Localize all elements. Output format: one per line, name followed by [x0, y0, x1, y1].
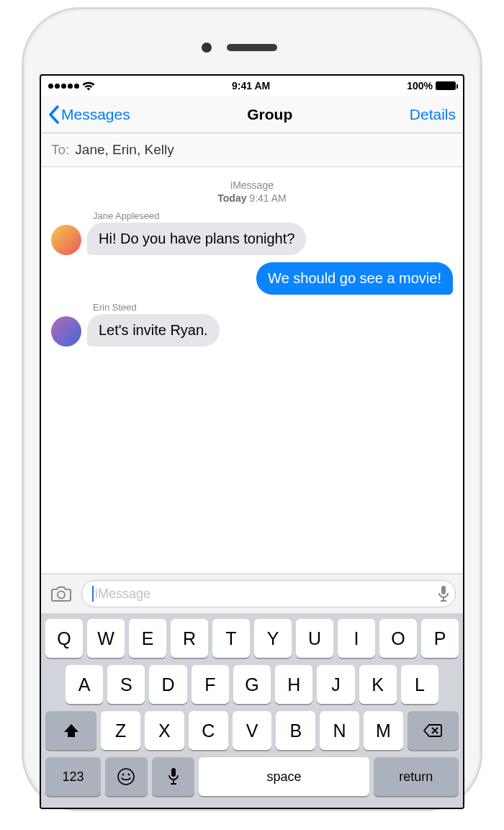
key-m[interactable]: M [364, 711, 403, 750]
message-incoming: Erin Steed Let's invite Ryan. [51, 302, 453, 347]
keyboard-row-4: 123 space return [45, 757, 459, 796]
svg-point-0 [58, 592, 65, 599]
shift-icon [63, 723, 80, 738]
svg-point-5 [122, 774, 125, 776]
nav-bar: Messages Group Details [41, 96, 463, 133]
keyboard-row-1: Q W E R T Y U I O P [45, 619, 459, 658]
details-button[interactable]: Details [410, 106, 456, 123]
camera-icon [50, 585, 72, 602]
emoji-icon [117, 767, 135, 786]
key-q[interactable]: Q [45, 619, 83, 658]
key-k[interactable]: K [359, 665, 397, 704]
key-x[interactable]: X [145, 711, 184, 750]
key-return[interactable]: return [374, 757, 459, 796]
key-emoji[interactable] [105, 757, 148, 796]
camera-button[interactable] [48, 581, 74, 607]
key-t[interactable]: T [212, 619, 250, 658]
text-caret [92, 586, 94, 602]
key-v[interactable]: V [233, 711, 272, 750]
key-c[interactable]: C [189, 711, 228, 750]
status-bar: 9:41 AM 100% [41, 76, 463, 96]
message-placeholder: iMessage [95, 586, 150, 602]
key-j[interactable]: J [317, 665, 354, 704]
key-e[interactable]: E [129, 619, 166, 658]
dictation-button[interactable] [438, 585, 449, 602]
key-o[interactable]: O [379, 619, 417, 658]
svg-rect-7 [171, 768, 176, 777]
message-incoming: Jane Appleseed Hi! Do you have plans ton… [51, 210, 453, 255]
microphone-icon [168, 767, 179, 786]
front-camera [202, 43, 212, 53]
status-time: 9:41 AM [232, 80, 270, 92]
key-u[interactable]: U [296, 619, 333, 658]
battery-percentage: 100% [407, 80, 433, 92]
key-shift[interactable] [45, 711, 96, 750]
key-space[interactable]: space [199, 757, 369, 796]
svg-rect-1 [441, 586, 446, 594]
key-g[interactable]: G [233, 665, 271, 704]
avatar[interactable] [51, 316, 81, 347]
key-z[interactable]: Z [101, 711, 140, 750]
back-button[interactable]: Messages [48, 105, 130, 124]
battery-icon [436, 81, 456, 90]
to-field[interactable]: To: Jane, Erin, Kelly [41, 133, 463, 167]
keyboard: Q W E R T Y U I O P A S D F G H J K L [41, 613, 463, 808]
earpiece [227, 44, 277, 51]
wifi-icon [82, 81, 95, 91]
message-bubble[interactable]: We should go see a movie! [256, 262, 453, 295]
message-input[interactable]: iMessage [81, 580, 456, 607]
service-label: iMessage [51, 179, 453, 192]
phone-frame: 9:41 AM 100% Messages Group Details To: … [22, 7, 482, 811]
key-dictation[interactable] [152, 757, 194, 796]
key-l[interactable]: L [401, 665, 438, 704]
key-r[interactable]: R [171, 619, 208, 658]
to-label: To: [51, 142, 69, 158]
screen: 9:41 AM 100% Messages Group Details To: … [40, 74, 464, 809]
svg-point-4 [118, 769, 134, 785]
key-a[interactable]: A [66, 665, 103, 704]
key-h[interactable]: H [275, 665, 312, 704]
key-f[interactable]: F [192, 665, 229, 704]
key-n[interactable]: N [320, 711, 359, 750]
back-label: Messages [61, 106, 130, 123]
message-bubble[interactable]: Let's invite Ryan. [87, 314, 220, 347]
thread-header: iMessage Today 9:41 AM [51, 179, 453, 205]
message-outgoing: We should go see a movie! [51, 262, 453, 295]
to-recipients: Jane, Erin, Kelly [75, 142, 174, 158]
microphone-icon [438, 585, 449, 602]
timestamp-day: Today [217, 192, 246, 204]
key-d[interactable]: D [149, 665, 186, 704]
key-backspace[interactable] [408, 711, 459, 750]
timestamp-time: 9:41 AM [249, 192, 286, 204]
key-i[interactable]: I [338, 619, 375, 658]
keyboard-row-3: Z X C V B N M [45, 711, 459, 750]
sender-name: Jane Appleseed [93, 210, 453, 221]
key-b[interactable]: B [276, 711, 315, 750]
avatar[interactable] [51, 225, 81, 255]
backspace-icon [423, 723, 443, 738]
composer-bar: iMessage [41, 574, 463, 613]
conversation-thread[interactable]: iMessage Today 9:41 AM Jane Appleseed Hi… [41, 167, 463, 574]
chevron-left-icon [48, 105, 60, 124]
key-y[interactable]: Y [254, 619, 292, 658]
keyboard-row-2: A S D F G H J K L [45, 665, 459, 704]
message-bubble[interactable]: Hi! Do you have plans tonight? [87, 223, 306, 255]
key-s[interactable]: S [107, 665, 145, 704]
signal-strength-icon [48, 84, 79, 89]
nav-title: Group [247, 106, 292, 123]
key-p[interactable]: P [421, 619, 459, 658]
svg-point-6 [128, 774, 130, 776]
key-w[interactable]: W [87, 619, 125, 658]
key-numbers[interactable]: 123 [45, 757, 101, 796]
sender-name: Erin Steed [93, 302, 453, 313]
